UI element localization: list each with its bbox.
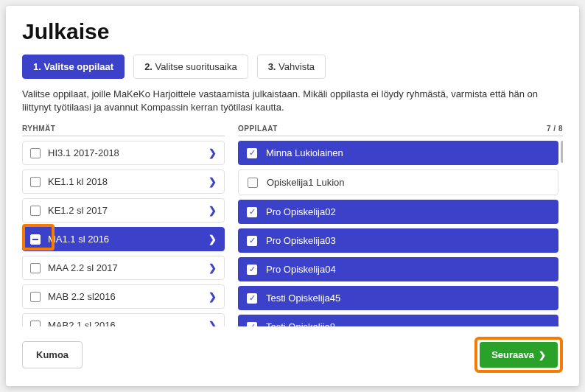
group-row[interactable]: MAA 2.2 sl 2017❯	[22, 256, 225, 280]
student-list[interactable]: ✓Minna LukiolainenOpiskelija1 Lukion✓Pro…	[238, 141, 563, 326]
group-row[interactable]: MA1.1 sl 2016❯	[22, 227, 225, 251]
group-row[interactable]: MAB2.1 sl 2016❯	[22, 313, 225, 326]
chevron-right-icon: ❯	[539, 350, 546, 360]
group-row[interactable]: KE1.2 sl 2017❯	[22, 198, 225, 223]
step-2[interactable]: 2. Valitse suoritusaika	[133, 55, 248, 79]
student-row[interactable]: ✓Testi Opiskelija45	[238, 286, 558, 310]
step-1[interactable]: 1. Valitse oppilaat	[22, 55, 125, 79]
publish-modal: Julkaise 1. Valitse oppilaat 2. Valitse …	[6, 6, 579, 386]
checkbox[interactable]	[30, 177, 41, 187]
group-label: MAA 2.2 sl 2017	[48, 262, 209, 273]
chevron-right-icon: ❯	[209, 320, 217, 326]
groups-column: RYHMÄT HI3.1 2017-2018❯KE1.1 kl 2018❯KE1…	[22, 125, 225, 326]
group-row[interactable]: KE1.1 kl 2018❯	[22, 169, 225, 194]
student-row[interactable]: ✓Pro Opiskelija02	[238, 200, 558, 224]
checkbox[interactable]	[30, 234, 41, 245]
checkbox[interactable]	[30, 263, 41, 273]
group-row[interactable]: HI3.1 2017-2018❯	[22, 141, 225, 165]
group-label: MAB 2.2 sl2016	[48, 291, 209, 302]
highlight-next: Seuraava ❯	[474, 337, 563, 373]
student-label: Testi Opiskelija8	[266, 321, 335, 326]
student-label: Testi Opiskelija45	[266, 293, 340, 304]
checkbox[interactable]	[30, 292, 41, 302]
wizard-steps: 1. Valitse oppilaat 2. Valitse suoritusa…	[22, 55, 563, 79]
students-header: OPPILAAT 7 / 8	[238, 125, 563, 136]
student-row[interactable]: Opiskelija1 Lukion	[238, 169, 558, 195]
checkbox[interactable]	[248, 178, 258, 188]
chevron-right-icon: ❯	[209, 147, 217, 158]
chevron-right-icon: ❯	[209, 262, 217, 273]
content-columns: RYHMÄT HI3.1 2017-2018❯KE1.1 kl 2018❯KE1…	[22, 125, 563, 326]
student-label: Pro Opiskelija04	[266, 264, 336, 275]
checkbox[interactable]: ✓	[247, 322, 257, 326]
checkbox[interactable]	[30, 206, 41, 216]
student-row[interactable]: ✓Testi Opiskelija8	[238, 315, 558, 326]
group-list[interactable]: HI3.1 2017-2018❯KE1.1 kl 2018❯KE1.2 sl 2…	[22, 141, 225, 326]
modal-title: Julkaise	[22, 19, 563, 44]
checkbox[interactable]: ✓	[247, 265, 257, 275]
selection-count: 7 / 8	[547, 125, 563, 133]
group-label: KE1.2 sl 2017	[48, 205, 209, 216]
student-label: Pro Opiskelija03	[266, 235, 336, 246]
chevron-right-icon: ❯	[209, 205, 217, 216]
chevron-right-icon: ❯	[209, 234, 217, 245]
student-row[interactable]: ✓Pro Opiskelija03	[238, 228, 558, 253]
student-row[interactable]: ✓Pro Opiskelija04	[238, 257, 558, 281]
student-label: Pro Opiskelija02	[266, 206, 336, 217]
chevron-right-icon: ❯	[209, 291, 217, 302]
checkbox[interactable]	[30, 321, 41, 326]
students-column: OPPILAAT 7 / 8 ✓Minna LukiolainenOpiskel…	[238, 125, 563, 326]
group-label: KE1.1 kl 2018	[48, 176, 209, 187]
checkbox[interactable]: ✓	[247, 207, 257, 217]
next-button[interactable]: Seuraava ❯	[480, 342, 558, 368]
step-3[interactable]: 3. Vahvista	[257, 55, 326, 79]
group-label: MAB2.1 sl 2016	[48, 320, 209, 326]
checkbox[interactable]: ✓	[247, 293, 257, 304]
groups-header: RYHMÄT	[22, 125, 225, 136]
student-row[interactable]: ✓Minna Lukiolainen	[238, 141, 558, 165]
instructions-text: Valitse oppilaat, joille MaKeKo Harjoitt…	[22, 88, 563, 114]
cancel-button[interactable]: Kumoa	[22, 341, 83, 368]
group-label: HI3.1 2017-2018	[48, 147, 209, 158]
group-label: MA1.1 sl 2016	[48, 234, 209, 245]
checkbox[interactable]: ✓	[247, 236, 257, 246]
student-label: Opiskelija1 Lukion	[267, 177, 345, 188]
student-label: Minna Lukiolainen	[266, 147, 343, 158]
group-row[interactable]: MAB 2.2 sl2016❯	[22, 284, 225, 309]
modal-footer: Kumoa Seuraava ❯	[22, 326, 563, 373]
chevron-right-icon: ❯	[209, 176, 217, 187]
scrollbar[interactable]	[561, 141, 563, 163]
checkbox[interactable]	[30, 148, 41, 158]
checkbox[interactable]: ✓	[247, 148, 257, 158]
